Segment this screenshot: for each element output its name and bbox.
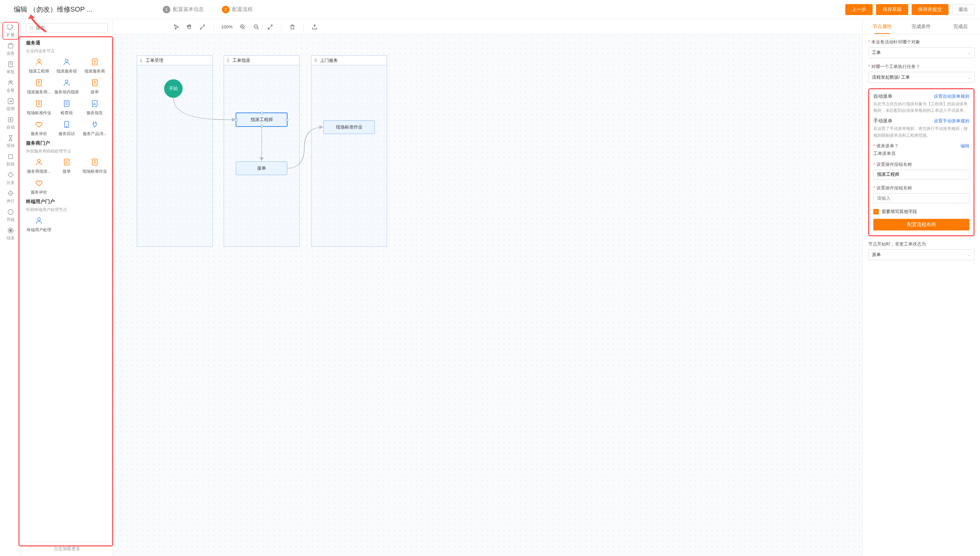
palette-node[interactable]: 接单 <box>54 158 80 175</box>
rail-app[interactable]: 应用 <box>2 96 19 113</box>
palette-node-label: 指派服务商... <box>27 89 51 95</box>
svg-point-16 <box>65 80 68 83</box>
status-change-select[interactable]: 派单 ⌄ <box>868 249 975 260</box>
need-other-fields-checkbox[interactable]: ✓ 需要填写其他字段 <box>873 208 969 215</box>
prev-step-button[interactable]: 上一步 <box>845 4 873 15</box>
pan-tool[interactable] <box>184 21 195 32</box>
lane-header[interactable]: 3上门服务 <box>312 56 387 65</box>
connector-tool[interactable] <box>197 21 208 32</box>
tab-complete-condition[interactable]: 完成条件 <box>902 19 941 34</box>
end-icon <box>7 227 14 234</box>
flow-node[interactable]: 指派工程师 <box>236 113 287 126</box>
wait-icon <box>7 135 14 142</box>
fit-icon <box>267 24 273 30</box>
palette-node-label: 服务产品消... <box>83 131 107 137</box>
resize-handle[interactable] <box>235 119 237 121</box>
swimlane[interactable]: 2工单指派 <box>224 55 300 247</box>
lane-header[interactable]: 1工单受理 <box>137 56 212 65</box>
palette-node[interactable]: 现场标准作业 <box>82 158 108 175</box>
select-value: 流程发起数据/ 工单 <box>872 74 910 80</box>
palette-node[interactable]: 服务产品消... <box>82 120 108 137</box>
palette-node-label: 现场标准作业 <box>82 168 107 175</box>
palette-node[interactable]: 指派服务商 <box>82 57 108 74</box>
rail-end[interactable]: 结束 <box>2 225 19 243</box>
rail-auto[interactable]: 自动 <box>2 114 19 132</box>
target-object-select[interactable]: 工单 ⌄ <box>868 47 975 58</box>
lane-header[interactable]: 2工单指派 <box>224 56 299 65</box>
swimlane[interactable]: 3上门服务 <box>311 55 387 247</box>
palette-node[interactable]: 服务评价 <box>26 120 52 137</box>
palette-node[interactable]: 接单 <box>82 78 108 95</box>
palette-node[interactable]: 指派服务商... <box>26 78 52 95</box>
palette-node-label: 服务报告 <box>87 110 103 116</box>
rail-branch[interactable]: 分支 <box>2 170 19 187</box>
lane-number: 1 <box>140 58 142 63</box>
action-btn-name-input[interactable] <box>873 170 969 179</box>
rail-stage[interactable]: 阶段 <box>2 151 19 169</box>
auto-dispatch-rule-link[interactable]: 设置自动派单规则 <box>934 93 969 100</box>
step-number: 2 <box>222 6 229 13</box>
form-icon <box>62 99 71 108</box>
lane-title: 工单指派 <box>232 57 250 64</box>
search-input[interactable] <box>36 25 105 31</box>
auto-icon <box>7 116 14 123</box>
rail-countersign[interactable]: 会签 <box>2 77 19 95</box>
step-number: 1 <box>163 6 170 13</box>
task-target-select[interactable]: 流程发起数据/ 工单 ⌄ <box>868 72 975 83</box>
rail-parallel[interactable]: 并行 <box>2 188 19 206</box>
fit-view-button[interactable] <box>265 21 276 32</box>
palette-node[interactable]: 指派工程师 <box>26 57 52 74</box>
flow-node[interactable]: 现场标准作业 <box>323 120 375 134</box>
search-input-wrap[interactable] <box>26 23 108 32</box>
save-submit-button[interactable]: 保存并提交 <box>912 4 949 15</box>
page-title: 编辑 （勿改）维修SOP ... <box>5 5 142 14</box>
resize-handle[interactable] <box>286 119 288 121</box>
palette-node[interactable]: 服务报告 <box>82 99 108 116</box>
checkbox-label: 需要填写其他字段 <box>882 208 917 215</box>
rail-wait[interactable]: 等待 <box>2 133 19 150</box>
lane-number: 2 <box>227 58 229 63</box>
exit-button[interactable]: 退出 <box>952 4 975 15</box>
zoom-out-button[interactable] <box>251 21 262 32</box>
tab-after-complete[interactable]: 完成后 <box>941 19 980 34</box>
pointer-tool[interactable] <box>171 21 182 32</box>
palette-node-label: 接单 <box>63 168 71 175</box>
rail-extend[interactable]: 扩展 <box>2 22 19 40</box>
form-icon <box>34 99 44 108</box>
app-header: 编辑 （勿改）维修SOP ... 1 配置基本信息 . . 2 配置流程 上一步… <box>0 0 980 19</box>
delete-button[interactable] <box>287 21 298 32</box>
resize-handle[interactable] <box>261 112 263 115</box>
auto-dispatch-title: 自动派单 <box>873 93 893 100</box>
manual-dispatch-rule-link[interactable]: 设置手动派单规则 <box>934 118 969 124</box>
rail-business[interactable]: 业务 <box>2 40 19 58</box>
palette-node[interactable]: 检查组 <box>54 99 80 116</box>
manual-dispatch-title: 手动派单 <box>873 118 893 124</box>
palette-node[interactable]: 现场标准作业 <box>26 99 52 116</box>
resize-handle[interactable] <box>261 125 263 128</box>
load-more-button[interactable]: 点击加载更多 <box>21 541 113 556</box>
flow-canvas[interactable]: 1工单受理2工单指派3上门服务开始指派工程师接单现场标准作业 <box>113 35 862 556</box>
palette-node[interactable]: 服务评价 <box>26 178 52 195</box>
zoom-in-button[interactable] <box>237 21 248 32</box>
step-config-flow[interactable]: 2 配置流程 <box>222 6 253 13</box>
palette-node[interactable]: 终端用户处理 <box>26 216 52 233</box>
rail-approval[interactable]: 审批 <box>2 59 19 77</box>
status-change-label: 节点开始时，变更工单状态为 <box>868 241 975 247</box>
tab-node-props[interactable]: 节点属性 <box>863 19 902 34</box>
config-layout-button[interactable]: 配置流程布局 <box>873 219 969 231</box>
palette-node[interactable]: 指派服务组 <box>54 57 80 74</box>
step-separator: . . <box>210 7 216 12</box>
rail-start[interactable]: 开始 <box>2 207 19 224</box>
rail-label: 分支 <box>6 180 15 186</box>
palette-node[interactable]: 服务商指派... <box>26 158 52 175</box>
step-config-basic[interactable]: 1 配置基本信息 <box>163 6 204 13</box>
palette-node[interactable]: 服务组内指派 <box>54 78 80 95</box>
action-btn-name2-input[interactable] <box>873 193 969 203</box>
flow-start-node[interactable]: 开始 <box>164 79 182 98</box>
palette-node[interactable]: 服务回访 <box>54 120 80 137</box>
who-dispatch-edit-link[interactable]: 编辑 <box>961 143 969 149</box>
step-label: 配置基本信息 <box>173 6 204 13</box>
export-button[interactable] <box>309 21 320 32</box>
save-draft-button[interactable]: 保存草稿 <box>876 4 908 15</box>
flow-node[interactable]: 接单 <box>236 162 287 175</box>
